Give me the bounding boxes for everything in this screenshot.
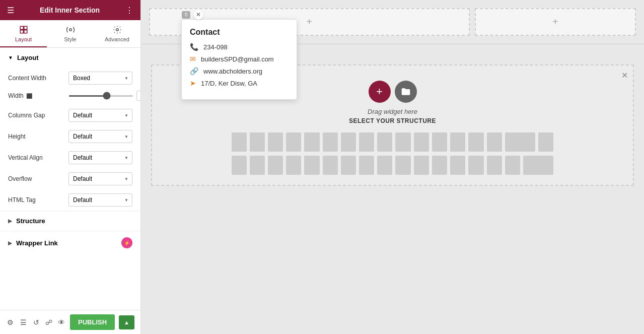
height-label: Height <box>8 133 63 140</box>
struct-5col-a[interactable] <box>414 132 429 152</box>
struct-6col-a[interactable] <box>505 132 535 152</box>
wrapper-link-title: Wrapper Link <box>16 239 58 247</box>
struct-5col-c[interactable] <box>450 132 465 152</box>
panel-content: ▼ Layout Content Width Boxed Full Width … <box>0 48 140 310</box>
struct-4col-c[interactable] <box>377 132 392 152</box>
comments-icon[interactable]: ☍ <box>44 315 53 329</box>
add-column-box-right[interactable]: + <box>475 8 636 36</box>
structure-grid <box>232 132 554 175</box>
wrapper-link-section-header[interactable]: ▶ Wrapper Link ⚡ <box>0 231 140 254</box>
struct-r2-2col-b[interactable] <box>268 156 283 175</box>
location-icon: ➤ <box>190 79 196 87</box>
vertical-align-label: Vertical Align <box>8 154 63 161</box>
structure-row-1 <box>232 132 554 152</box>
overflow-label: Overflow <box>8 175 63 182</box>
overflow-control[interactable]: Default Hidden <box>68 172 132 185</box>
struct-3col-b[interactable] <box>304 132 319 152</box>
columns-gap-select[interactable]: Default No Gap Narrow Extended Wide Wide… <box>68 109 132 122</box>
menu-icon[interactable]: ☰ <box>7 6 14 15</box>
struct-r2-1col[interactable] <box>232 156 247 175</box>
struct-r2-4col-b[interactable] <box>359 156 374 175</box>
width-row: Width ⬛ <box>0 89 140 105</box>
svg-point-4 <box>69 29 71 31</box>
layout-arrow-icon: ▼ <box>8 55 13 60</box>
struct-5col-e[interactable] <box>487 132 502 152</box>
overflow-select[interactable]: Default Hidden <box>68 172 132 185</box>
drop-zone-close-button[interactable]: ✕ <box>621 71 628 80</box>
link-icon: 🔗 <box>190 67 198 75</box>
struct-r2-5col-c[interactable] <box>450 156 465 175</box>
struct-3col-c[interactable] <box>323 132 338 152</box>
email-icon: ✉ <box>190 55 196 63</box>
svg-rect-0 <box>20 26 23 29</box>
tab-style[interactable]: Style <box>47 20 94 47</box>
structure-section-header[interactable]: ▶ Structure <box>0 211 140 231</box>
add-column-icon-right: + <box>552 16 558 28</box>
struct-r2-5col-e[interactable] <box>487 156 502 175</box>
columns-gap-label: Columns Gap <box>8 112 63 119</box>
content-width-select[interactable]: Boxed Full Width <box>68 72 132 85</box>
html-tag-control[interactable]: Default div header footer section articl… <box>68 193 132 207</box>
drag-hint-text: Drag widget here <box>368 108 417 115</box>
publish-arrow-button[interactable]: ▲ <box>119 315 134 329</box>
struct-5col-d[interactable] <box>468 132 483 152</box>
grid-icon[interactable]: ⋮ <box>125 6 133 15</box>
tab-advanced[interactable]: Advanced <box>94 20 140 47</box>
wrapper-link-section: ▶ Wrapper Link ⚡ <box>0 231 140 254</box>
drag-handle-icon[interactable]: ⠿ <box>182 11 190 19</box>
bottom-toolbar: ⚙ ☰ ↺ ☍ 👁 PUBLISH ▲ <box>0 310 140 334</box>
struct-2col-b[interactable] <box>268 132 283 152</box>
struct-4col-d[interactable] <box>395 132 410 152</box>
struct-3col-a[interactable] <box>286 132 301 152</box>
contact-link-item: 🔗 www.abcholders.org <box>190 67 289 75</box>
struct-4col-b[interactable] <box>359 132 374 152</box>
vertical-align-select[interactable]: Default Top Middle Bottom <box>68 151 132 164</box>
struct-r2-3col-c[interactable] <box>323 156 338 175</box>
struct-r2-5col-d[interactable] <box>468 156 483 175</box>
svg-rect-1 <box>24 26 27 29</box>
struct-5col-b[interactable] <box>432 132 447 152</box>
structure-title: Structure <box>16 217 45 225</box>
svg-rect-2 <box>20 30 23 33</box>
html-tag-select[interactable]: Default div header footer section articl… <box>68 193 132 207</box>
html-tag-label: HTML Tag <box>8 196 63 204</box>
struct-r2-6col-b[interactable] <box>523 156 553 175</box>
struct-4col-a[interactable] <box>341 132 356 152</box>
struct-r2-4col-c[interactable] <box>377 156 392 175</box>
contact-email-item: ✉ buildersSPD@gmail.com <box>190 55 289 63</box>
left-panel: ☰ Edit Inner Section ⋮ Layout Style Adva… <box>0 0 141 334</box>
svg-rect-3 <box>24 30 27 33</box>
struct-r2-2col-a[interactable] <box>250 156 265 175</box>
struct-r2-3col-a[interactable] <box>286 156 301 175</box>
history-icon[interactable]: ↺ <box>32 315 40 329</box>
struct-r2-5col-b[interactable] <box>432 156 447 175</box>
struct-r2-3col-b[interactable] <box>304 156 319 175</box>
popup-drag-handle: ⠿ ✕ <box>182 10 203 20</box>
popup-close-button[interactable]: ✕ <box>193 10 203 20</box>
eye-icon[interactable]: 👁 <box>57 315 66 329</box>
panel-header: ☰ Edit Inner Section ⋮ <box>0 0 140 20</box>
columns-gap-control[interactable]: Default No Gap Narrow Extended Wide Wide… <box>68 109 132 122</box>
add-widget-button[interactable]: + <box>369 81 391 103</box>
tab-layout[interactable]: Layout <box>0 20 47 47</box>
add-template-button[interactable] <box>395 81 417 103</box>
struct-6col-b[interactable] <box>538 132 553 152</box>
struct-r2-6col-a[interactable] <box>505 156 520 175</box>
layers-icon[interactable]: ☰ <box>19 315 27 329</box>
struct-r2-4col-d[interactable] <box>395 156 410 175</box>
height-control[interactable]: Default Fit To Screen Min Height <box>68 130 132 143</box>
layout-section-header[interactable]: ▼ Layout <box>0 48 140 68</box>
struct-1col[interactable] <box>232 132 247 152</box>
settings-icon[interactable]: ⚙ <box>6 315 15 329</box>
content-width-label: Content Width <box>8 75 63 82</box>
struct-r2-4col-a[interactable] <box>341 156 356 175</box>
publish-button[interactable]: PUBLISH <box>70 314 115 330</box>
content-width-control[interactable]: Boxed Full Width <box>68 72 132 85</box>
width-value-input[interactable] <box>136 91 140 101</box>
height-select[interactable]: Default Fit To Screen Min Height <box>68 130 132 143</box>
width-slider[interactable] <box>68 95 133 97</box>
struct-r2-5col-a[interactable] <box>414 156 429 175</box>
vertical-align-control[interactable]: Default Top Middle Bottom <box>68 151 132 164</box>
struct-2col-a[interactable] <box>250 132 265 152</box>
panel-title: Edit Inner Section <box>40 6 100 14</box>
